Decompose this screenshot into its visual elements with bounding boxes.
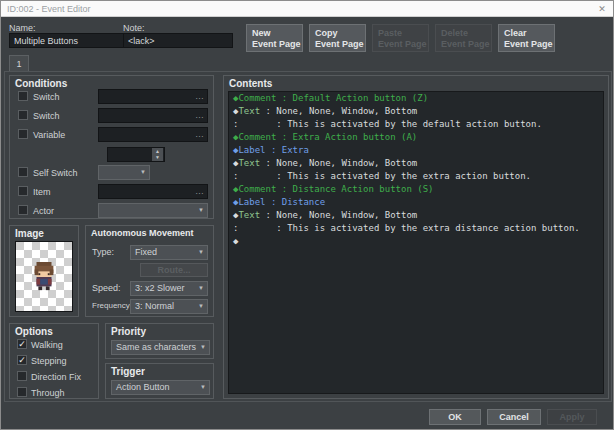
switch2-ellipsis-icon[interactable]: … — [195, 109, 204, 122]
content-line[interactable]: ◆Comment : Default Action button (Z) — [229, 92, 603, 105]
clear-event-page-button[interactable]: ClearEvent Page — [498, 24, 555, 52]
variable-field[interactable]: … — [98, 127, 208, 142]
variable-checkbox[interactable] — [18, 129, 28, 139]
content-line[interactable]: : : This is activated by the default act… — [229, 118, 603, 131]
trigger-title: Trigger — [111, 366, 145, 377]
chevron-down-icon: ▼ — [198, 282, 204, 295]
content-line[interactable]: ◆ — [229, 235, 603, 248]
self-switch-dropdown[interactable]: ▼ — [98, 165, 150, 180]
conditions-title: Conditions — [15, 78, 67, 89]
variable-ellipsis-icon[interactable]: … — [195, 128, 204, 141]
image-group: Image — [9, 225, 79, 317]
conditions-group: Conditions Switch … Switch … Variable … … — [9, 75, 214, 219]
priority-group: Priority Same as characters▼ — [105, 323, 214, 359]
character-sprite-image[interactable] — [15, 241, 73, 312]
contents-group: Contents ◆Comment : Default Action butto… — [223, 75, 609, 399]
trigger-dropdown[interactable]: Action Button▼ — [111, 380, 210, 395]
speed-label: Speed: — [92, 283, 121, 293]
speed-dropdown[interactable]: 3: x2 Slower▼ — [130, 281, 208, 296]
contents-title: Contents — [229, 78, 272, 89]
paste-event-page-button: PasteEvent Page — [372, 24, 429, 52]
autonomous-movement-group: Autonomous Movement Type: Fixed▼ Route..… — [85, 225, 214, 317]
type-label: Type: — [92, 247, 114, 257]
content-line[interactable]: : : This is activated by the extra dista… — [229, 222, 603, 235]
window-title: ID:002 - Event Editor — [7, 4, 91, 14]
content-line[interactable]: ◆Text : None, None, Window, Bottom — [229, 209, 603, 222]
content-line[interactable]: : : This is activated by the extra actio… — [229, 170, 603, 183]
actor-label: Actor — [33, 206, 54, 216]
close-icon[interactable]: ✕ — [595, 3, 609, 15]
cancel-button[interactable]: Cancel — [487, 409, 541, 425]
content-line[interactable]: ◆Text : None, None, Window, Bottom — [229, 157, 603, 170]
chevron-down-icon: ▼ — [200, 341, 206, 354]
switch2-checkbox[interactable] — [18, 110, 28, 120]
switch1-ellipsis-icon[interactable]: … — [195, 90, 204, 103]
spinner-arrows-icon[interactable]: ▲▼ — [152, 148, 163, 161]
chevron-down-icon: ▼ — [198, 300, 204, 313]
options-title: Options — [15, 326, 53, 337]
priority-dropdown[interactable]: Same as characters▼ — [111, 340, 210, 355]
new-event-page-button[interactable]: NewEvent Page — [246, 24, 303, 52]
character-sprite-icon — [29, 258, 59, 296]
tab-page-1[interactable]: 1 — [9, 55, 29, 72]
title-bar: ID:002 - Event Editor ✕ — [1, 1, 613, 17]
switch1-field[interactable]: … — [98, 89, 208, 104]
copy-event-page-button[interactable]: CopyEvent Page — [309, 24, 366, 52]
chevron-down-icon: ▼ — [200, 381, 206, 394]
image-title: Image — [15, 228, 44, 239]
item-ellipsis-icon[interactable]: … — [195, 185, 204, 198]
frequency-dropdown[interactable]: 3: Normal▼ — [130, 299, 208, 314]
self-switch-checkbox[interactable] — [18, 167, 28, 177]
content-line[interactable]: ◆Label : Distance — [229, 196, 603, 209]
movement-title: Autonomous Movement — [91, 228, 194, 238]
through-label: Through — [31, 388, 65, 398]
direction-fix-checkbox[interactable] — [17, 371, 27, 381]
note-label: Note: — [123, 23, 145, 33]
self-switch-label: Self Switch — [33, 168, 78, 178]
actor-checkbox[interactable] — [18, 205, 28, 215]
chevron-down-icon: ▼ — [198, 246, 204, 259]
item-field[interactable]: … — [98, 184, 208, 199]
switch1-checkbox[interactable] — [18, 91, 28, 101]
stepping-checkbox[interactable]: ✓ — [17, 355, 27, 365]
actor-dropdown[interactable]: ▼ — [98, 203, 208, 218]
direction-fix-label: Direction Fix — [31, 372, 81, 382]
through-checkbox[interactable] — [17, 387, 27, 397]
frequency-label: Frequency: — [92, 301, 132, 310]
switch2-field[interactable]: … — [98, 108, 208, 123]
content-line[interactable]: ◆Text : None, None, Window, Bottom — [229, 105, 603, 118]
content-line[interactable]: ◆Comment : Extra Action button (A) — [229, 131, 603, 144]
switch1-label: Switch — [33, 92, 60, 102]
stepping-label: Stepping — [31, 356, 67, 366]
note-input[interactable] — [123, 33, 233, 48]
apply-button: Apply — [547, 409, 597, 425]
movement-type-dropdown[interactable]: Fixed▼ — [130, 245, 208, 260]
trigger-group: Trigger Action Button▼ — [105, 363, 214, 399]
ok-button[interactable]: OK — [429, 409, 481, 425]
switch2-label: Switch — [33, 111, 60, 121]
route-button: Route... — [140, 263, 208, 277]
event-command-list[interactable]: ◆Comment : Default Action button (Z)◆Tex… — [228, 91, 604, 394]
walking-checkbox[interactable]: ✓ — [17, 339, 27, 349]
dialog-body: Name: Note: NewEvent Page CopyEvent Page… — [1, 17, 614, 430]
variable-value-spinner[interactable]: ▲▼ — [107, 147, 165, 162]
item-checkbox[interactable] — [18, 186, 28, 196]
options-group: Options ✓ Walking ✓ Stepping Direction F… — [9, 323, 99, 399]
event-editor-window: ID:002 - Event Editor ✕ Name: Note: NewE… — [0, 0, 614, 430]
name-label: Name: — [9, 23, 36, 33]
delete-event-page-button: DeleteEvent Page — [435, 24, 492, 52]
content-line[interactable]: ◆Label : Extra — [229, 144, 603, 157]
priority-title: Priority — [111, 326, 146, 337]
variable-label: Variable — [33, 130, 65, 140]
walking-label: Walking — [31, 340, 63, 350]
item-label: Item — [33, 187, 51, 197]
chevron-down-icon: ▼ — [198, 204, 204, 217]
chevron-down-icon: ▼ — [140, 166, 146, 179]
content-line[interactable]: ◆Comment : Distance Action button (S) — [229, 183, 603, 196]
